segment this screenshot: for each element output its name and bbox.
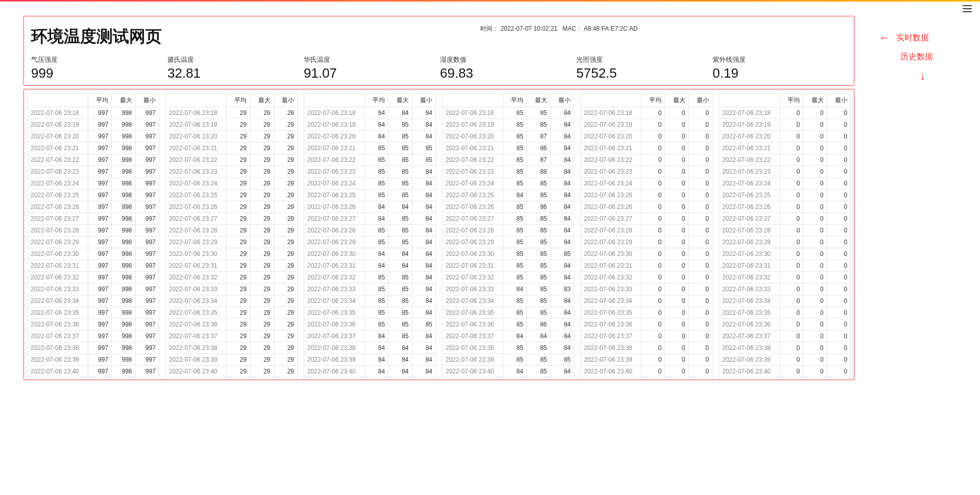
table-row: 2022-07-06 23:30000 [719, 248, 851, 260]
cell-timestamp: 2022-07-06 23:25 [166, 190, 227, 201]
table-row: 2022-07-06 23:27997998997 [28, 213, 159, 225]
cell-max: 29 [250, 131, 274, 143]
cell-timestamp: 2022-07-06 23:28 [581, 225, 642, 237]
table-row: 2022-07-06 23:34000 [581, 295, 713, 307]
cell-max: 84 [388, 354, 412, 366]
cell-max: 0 [803, 119, 827, 131]
cell-min: 0 [689, 190, 712, 201]
cell-avg: 85 [503, 225, 526, 237]
table-row: 2022-07-06 23:31000 [581, 260, 713, 272]
table-row: 2022-07-06 23:29997998997 [28, 237, 159, 248]
cell-min: 84 [550, 213, 574, 225]
cell-min: 997 [135, 154, 159, 166]
cell-timestamp: 2022-07-06 23:22 [166, 154, 227, 166]
cell-timestamp: 2022-07-06 23:24 [719, 178, 780, 190]
cell-timestamp: 2022-07-06 23:24 [166, 178, 227, 190]
cell-timestamp: 2022-07-06 23:39 [28, 354, 88, 366]
col-header-max: 最大 [112, 94, 135, 107]
table-row: 2022-07-06 23:26000 [581, 201, 713, 213]
table-row: 2022-07-06 23:39997998997 [28, 354, 159, 366]
cell-min: 0 [689, 107, 712, 119]
cell-max: 29 [250, 248, 274, 260]
cell-avg: 29 [226, 260, 250, 272]
cell-min: 84 [550, 131, 574, 143]
cell-max: 29 [250, 342, 274, 354]
annotation-panel: ← 实时数据 历史数据 ↓ [879, 32, 961, 82]
mac-label: MAC： [562, 25, 582, 32]
col-header-ts [443, 94, 503, 107]
table-row: 2022-07-06 23:30858585 [443, 248, 574, 260]
cell-min: 84 [412, 131, 435, 143]
table-row: 2022-07-06 23:38997998997 [28, 342, 159, 354]
cell-timestamp: 2022-07-06 23:31 [581, 260, 642, 272]
cell-avg: 85 [503, 319, 526, 331]
table-row: 2022-07-06 23:24000 [719, 178, 851, 190]
cell-min: 84 [550, 331, 574, 342]
cell-min: 84 [550, 319, 574, 331]
table-row: 2022-07-06 23:34997998997 [28, 295, 159, 307]
cell-min: 84 [550, 260, 574, 272]
table-row: 2022-07-06 23:21858585 [304, 143, 436, 154]
col-header-ts [719, 94, 780, 107]
table-row: 2022-07-06 23:22858784 [443, 154, 574, 166]
cell-min: 997 [135, 307, 159, 319]
cell-max: 998 [112, 354, 135, 366]
table-row: 2022-07-06 23:18000 [581, 107, 713, 119]
cell-min: 84 [550, 237, 574, 248]
cell-min: 84 [412, 178, 435, 190]
cell-timestamp: 2022-07-06 23:24 [304, 178, 365, 190]
cell-avg: 997 [88, 225, 111, 237]
cell-timestamp: 2022-07-06 23:24 [581, 178, 642, 190]
cell-timestamp: 2022-07-06 23:29 [719, 237, 780, 248]
cell-avg: 84 [364, 331, 388, 342]
cell-max: 0 [803, 225, 827, 237]
cell-avg: 0 [641, 366, 665, 378]
table-row: 2022-07-06 23:21292929 [166, 143, 298, 154]
cell-min: 0 [827, 272, 850, 284]
cell-min: 84 [550, 166, 574, 178]
table-row: 2022-07-06 23:22858585 [304, 154, 436, 166]
cell-min: 0 [827, 107, 850, 119]
cell-timestamp: 2022-07-06 23:31 [719, 260, 780, 272]
cell-timestamp: 2022-07-06 23:22 [304, 154, 365, 166]
cell-timestamp: 2022-07-06 23:30 [166, 248, 227, 260]
metric-value: 999 [31, 65, 167, 81]
cell-min: 0 [827, 131, 850, 143]
table-row: 2022-07-06 23:27000 [719, 213, 851, 225]
meta-info: 时间： 2022-07-07 10:02:21 MAC： A8:48:FA:E7… [480, 25, 638, 33]
col-header-ts [166, 94, 227, 107]
cell-timestamp: 2022-07-06 23:40 [166, 366, 227, 378]
cell-min: 29 [274, 190, 297, 201]
cell-timestamp: 2022-07-06 23:22 [719, 154, 780, 166]
cell-avg: 0 [641, 201, 665, 213]
cell-avg: 85 [364, 154, 388, 166]
cell-timestamp: 2022-07-06 23:39 [304, 354, 365, 366]
table-row: 2022-07-06 23:35292929 [166, 307, 298, 319]
cell-min: 29 [274, 143, 297, 154]
table-row: 2022-07-06 23:28292929 [166, 225, 298, 237]
table-row: 2022-07-06 23:33848583 [443, 284, 574, 295]
cell-min: 0 [689, 272, 712, 284]
annotation-realtime: 实时数据 [896, 33, 929, 43]
cell-min: 0 [827, 190, 850, 201]
cell-timestamp: 2022-07-06 23:20 [28, 131, 88, 143]
cell-min: 29 [274, 119, 297, 131]
cell-min: 85 [412, 143, 435, 154]
cell-max: 85 [388, 284, 412, 295]
arrow-down-icon: ↓ [920, 70, 961, 82]
cell-min: 997 [135, 119, 159, 131]
cell-min: 0 [827, 260, 850, 272]
cell-min: 0 [689, 143, 712, 154]
cell-min: 0 [827, 319, 850, 331]
cell-timestamp: 2022-07-06 23:23 [719, 166, 780, 178]
cell-max: 998 [112, 225, 135, 237]
cell-min: 997 [135, 295, 159, 307]
cell-max: 998 [112, 272, 135, 284]
realtime-panel: 时间： 2022-07-07 10:02:21 MAC： A8:48:FA:E7… [23, 16, 854, 86]
cell-min: 0 [827, 213, 850, 225]
cell-timestamp: 2022-07-06 23:27 [719, 213, 780, 225]
cell-max: 84 [388, 201, 412, 213]
table-row: 2022-07-06 23:39858585 [443, 354, 574, 366]
cell-avg: 0 [779, 342, 803, 354]
cell-max: 998 [112, 143, 135, 154]
